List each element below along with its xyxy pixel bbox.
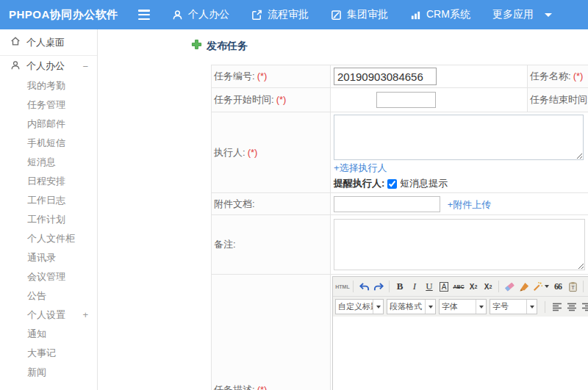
- sidebar-item-work-log[interactable]: 工作日志: [0, 191, 97, 210]
- sidebar-item-file-cabinet[interactable]: 个人文件柜: [0, 229, 97, 248]
- person-icon: [172, 10, 183, 21]
- sidebar-item-short-message[interactable]: 短消息: [0, 153, 97, 172]
- sidebar: 个人桌面 个人办公 − 我的考勤 任务管理 内部邮件 手机短信 短消息 日程安排…: [0, 29, 98, 390]
- required-mark: (*): [276, 94, 287, 105]
- required-mark: (*): [573, 71, 584, 82]
- font-color-button[interactable]: A: [437, 279, 451, 294]
- heading-select[interactable]: 自定义标题: [335, 299, 384, 314]
- required-mark: (*): [248, 147, 258, 158]
- executor-textarea[interactable]: [334, 115, 584, 160]
- sms-remind-checkbox[interactable]: [387, 179, 397, 189]
- align-right-icon: [581, 303, 588, 311]
- nav-workflow-approval[interactable]: 流程审批: [251, 8, 309, 21]
- brush-icon: [519, 281, 530, 292]
- caret-down-icon: [425, 300, 435, 314]
- nav-items: 个人办公 流程审批 集团审批 CRM系统 更多应用: [172, 8, 552, 21]
- redo-icon: [373, 281, 384, 292]
- sidebar-item-work-plan[interactable]: 工作计划: [0, 210, 97, 229]
- underline-button[interactable]: U: [422, 279, 437, 294]
- subscript-button[interactable]: X2: [481, 279, 495, 294]
- sidebar-item-notice[interactable]: 通知: [0, 325, 97, 344]
- sidebar-item-task-management[interactable]: 任务管理: [0, 95, 97, 115]
- workflow-icon: [251, 10, 262, 21]
- eraser-button[interactable]: [502, 279, 517, 294]
- editor-toolbar-row2: 自定义标题 段落格式 字体 字号: [333, 297, 588, 317]
- choose-executor-link[interactable]: +选择执行人: [334, 162, 387, 173]
- main-content: 发布任务 任务编号:(*) 任务名称:(*) 任务开始时间:(*): [98, 29, 588, 390]
- home-icon: [10, 36, 21, 48]
- sidebar-section-personal-office[interactable]: 个人办公 −: [0, 56, 97, 76]
- task-name-label-cell: 任务名称:(*): [528, 65, 588, 88]
- attachment-label-cell: 附件文档:: [212, 193, 331, 215]
- top-navbar: PHPOA协同办公软件 个人办公 流程审批 集团审批 CRM系统: [0, 0, 588, 29]
- remark-textarea[interactable]: [334, 219, 585, 270]
- font-size-select[interactable]: 字号: [490, 299, 537, 314]
- html-source-button[interactable]: HTML: [335, 279, 350, 294]
- editor-toolbar-row1: HTML B I U A ABC X2: [333, 277, 588, 297]
- app-brand: PHPOA协同办公软件: [0, 8, 138, 22]
- end-time-label-cell: 任务结束时间:(*): [528, 88, 588, 112]
- nav-group-approval[interactable]: 集团审批: [331, 8, 388, 21]
- align-center-button[interactable]: [564, 300, 579, 314]
- magic-wand-icon: [533, 281, 543, 292]
- executor-label-cell: 执行人:(*): [212, 112, 331, 193]
- undo-icon: [359, 281, 370, 292]
- description-label-cell: 任务描述:(*): [212, 275, 331, 390]
- align-left-button[interactable]: [550, 300, 564, 314]
- sidebar-submenu: 我的考勤 任务管理 内部邮件 手机短信 短消息 日程安排 工作日志 工作计划 个…: [0, 76, 97, 382]
- collapse-icon[interactable]: −: [82, 61, 88, 72]
- align-center-icon: [567, 303, 577, 311]
- sidebar-item-big-events[interactable]: 大事记: [0, 344, 97, 363]
- paragraph-format-select[interactable]: 段落格式: [387, 299, 436, 314]
- undo-button[interactable]: [356, 279, 371, 294]
- caret-down-icon: [545, 285, 549, 288]
- align-right-button[interactable]: [579, 300, 588, 314]
- required-mark: (*): [257, 71, 268, 82]
- sidebar-item-meeting-management[interactable]: 会议管理: [0, 267, 97, 286]
- editor-content-area[interactable]: [333, 317, 588, 390]
- sidebar-item-schedule[interactable]: 日程安排: [0, 172, 97, 191]
- sidebar-item-personal-desktop[interactable]: 个人桌面: [0, 29, 97, 56]
- align-left-icon: [552, 303, 562, 311]
- blockquote-button[interactable]: 66: [551, 279, 565, 294]
- sidebar-item-internal-mail[interactable]: 内部邮件: [0, 115, 97, 134]
- expand-icon[interactable]: +: [82, 306, 88, 325]
- magic-wand-button[interactable]: [531, 279, 551, 294]
- sidebar-item-personal-settings[interactable]: 个人设置 +: [0, 306, 97, 325]
- sidebar-item-attendance[interactable]: 我的考勤: [0, 76, 97, 95]
- nav-more-apps[interactable]: 更多应用: [492, 8, 552, 21]
- svg-text:T: T: [571, 284, 575, 291]
- nav-crm[interactable]: CRM系统: [410, 8, 470, 21]
- person-icon: [10, 60, 21, 73]
- remind-executor-row: 提醒执行人: 短消息提示: [334, 177, 588, 190]
- caret-down-icon: [545, 13, 552, 17]
- superscript-button[interactable]: X2: [466, 279, 481, 294]
- required-mark: (*): [257, 384, 268, 390]
- sidebar-item-mobile-sms[interactable]: 手机短信: [0, 134, 97, 153]
- bold-button[interactable]: B: [392, 279, 407, 294]
- task-form: 任务编号:(*) 任务名称:(*) 任务开始时间:(*) 任务结束时间:(*): [211, 65, 588, 390]
- font-select[interactable]: 字体: [439, 299, 487, 314]
- caret-down-icon: [476, 300, 486, 314]
- sidebar-item-news[interactable]: 新闻: [0, 363, 97, 382]
- task-no-input[interactable]: [334, 68, 437, 85]
- hamburger-menu-icon[interactable]: [138, 10, 153, 20]
- paste-template-button[interactable]: T: [565, 279, 580, 294]
- sidebar-item-announcement[interactable]: 公告: [0, 286, 97, 306]
- attachment-upload-link[interactable]: +附件上传: [448, 199, 492, 210]
- attachment-input[interactable]: [334, 196, 440, 212]
- rich-text-editor: HTML B I U A ABC X2: [332, 276, 588, 390]
- task-no-label-cell: 任务编号:(*): [212, 65, 331, 88]
- caret-down-icon: [373, 300, 383, 314]
- italic-button[interactable]: I: [407, 279, 422, 294]
- remark-label-cell: 备注:: [212, 215, 331, 275]
- start-time-input[interactable]: [376, 92, 436, 108]
- redo-button[interactable]: [371, 279, 386, 294]
- nav-personal-office[interactable]: 个人办公: [172, 8, 229, 21]
- page-header: 发布任务: [191, 39, 248, 53]
- strikethrough-button[interactable]: ABC: [451, 279, 466, 294]
- format-brush-button[interactable]: [517, 279, 531, 294]
- add-icon: [191, 39, 202, 53]
- sidebar-item-contacts[interactable]: 通讯录: [0, 248, 97, 267]
- caret-down-icon: [526, 300, 537, 314]
